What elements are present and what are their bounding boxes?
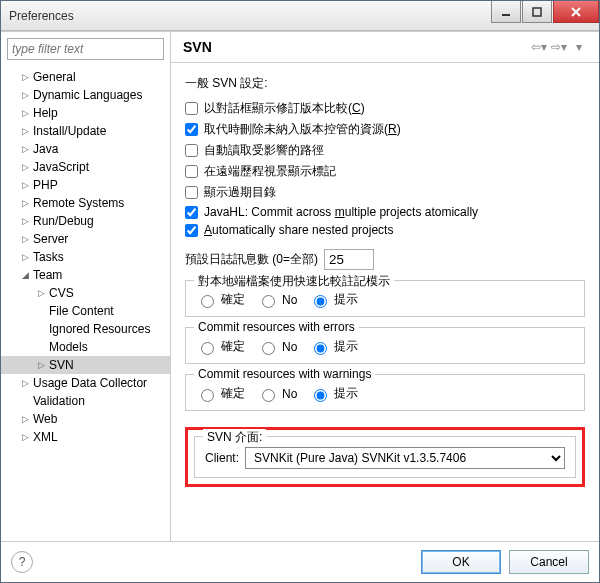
twisty-icon[interactable]: ▷	[19, 233, 31, 245]
check-show-outdated-box[interactable]	[185, 186, 198, 199]
fieldset-diff-legend: 對本地端檔案使用快速比較註記模示	[194, 273, 394, 290]
warnings-radio-prompt[interactable]: 提示	[309, 385, 358, 402]
twisty-icon[interactable]: ▷	[19, 197, 31, 209]
dialog-body: ▷General▷Dynamic Languages▷Help▷Install/…	[1, 31, 599, 541]
diff-radio-prompt[interactable]: 提示	[309, 291, 358, 308]
twisty-icon[interactable]: ▷	[19, 215, 31, 227]
tree-item[interactable]: ▷CVS	[1, 284, 170, 302]
tree-item-label: Web	[33, 411, 57, 427]
tree-item-label: Tasks	[33, 249, 64, 265]
twisty-icon[interactable]: ◢	[19, 269, 31, 281]
titlebar: Preferences	[1, 1, 599, 31]
tree-item-label: PHP	[33, 177, 58, 193]
tree-item[interactable]: ▷Dynamic Languages	[1, 86, 170, 104]
fieldset-diff: 對本地端檔案使用快速比較註記模示 確定 No 提示	[185, 280, 585, 317]
client-label: Client:	[205, 451, 239, 465]
check-show-compare[interactable]: 以對話框顯示修訂版本比較(C)	[185, 98, 585, 119]
tree-item[interactable]: ▷SVN	[1, 356, 170, 374]
tree-item-label: XML	[33, 429, 58, 445]
tree-item[interactable]: ▷JavaScript	[1, 158, 170, 176]
twisty-icon[interactable]: ▷	[19, 107, 31, 119]
twisty-spacer	[19, 395, 31, 407]
twisty-icon[interactable]: ▷	[19, 161, 31, 173]
svg-rect-1	[533, 8, 541, 16]
back-icon[interactable]: ⇦▾	[529, 38, 549, 56]
maximize-button[interactable]	[522, 1, 552, 23]
close-button[interactable]	[553, 1, 599, 23]
check-remote-history[interactable]: 在遠端歷程視景顯示標記	[185, 161, 585, 182]
tree-item[interactable]: ▷Help	[1, 104, 170, 122]
twisty-icon[interactable]: ▷	[19, 431, 31, 443]
tree-item[interactable]: ▷Server	[1, 230, 170, 248]
tree-item[interactable]: ▷XML	[1, 428, 170, 446]
help-icon[interactable]: ?	[11, 551, 33, 573]
menu-icon[interactable]: ▾	[569, 38, 589, 56]
check-show-compare-box[interactable]	[185, 102, 198, 115]
tree-item[interactable]: ▷Java	[1, 140, 170, 158]
diff-radio-no[interactable]: No	[257, 292, 297, 308]
diff-radio-ok[interactable]: 確定	[196, 291, 245, 308]
tree-item[interactable]: ▷Install/Update	[1, 122, 170, 140]
errors-radio-ok[interactable]: 確定	[196, 338, 245, 355]
window-buttons	[490, 1, 599, 30]
errors-radio-prompt[interactable]: 提示	[309, 338, 358, 355]
warnings-radio-ok[interactable]: 確定	[196, 385, 245, 402]
page-content: 一般 SVN 設定: 以對話框顯示修訂版本比較(C) 取代時刪除未納入版本控管的…	[171, 63, 599, 541]
twisty-icon[interactable]: ▷	[19, 71, 31, 83]
tree-item[interactable]: Ignored Resources	[1, 320, 170, 338]
page-header: SVN ⇦▾ ⇨▾ ▾	[171, 32, 599, 63]
tree-item[interactable]: ▷Usage Data Collector	[1, 374, 170, 392]
client-select[interactable]: SVNKit (Pure Java) SVNKit v1.3.5.7406	[245, 447, 565, 469]
forward-icon[interactable]: ⇨▾	[549, 38, 569, 56]
right-pane: SVN ⇦▾ ⇨▾ ▾ 一般 SVN 設定: 以對話框顯示修訂版本比較(C) 取…	[171, 32, 599, 541]
twisty-icon[interactable]: ▷	[19, 179, 31, 191]
tree-item[interactable]: ▷Tasks	[1, 248, 170, 266]
check-auto-share-box[interactable]	[185, 224, 198, 237]
check-remote-history-box[interactable]	[185, 165, 198, 178]
log-label: 預設日誌訊息數 (0=全部)	[185, 251, 318, 268]
twisty-icon[interactable]: ▷	[19, 251, 31, 263]
check-remove-unversioned[interactable]: 取代時刪除未納入版本控管的資源(R)	[185, 119, 585, 140]
fieldset-errors: Commit resources with errors 確定 No 提示	[185, 327, 585, 364]
minimize-button[interactable]	[491, 1, 521, 23]
twisty-icon[interactable]: ▷	[35, 359, 47, 371]
tree-item-label: General	[33, 69, 76, 85]
check-auto-read[interactable]: 自動讀取受影響的路徑	[185, 140, 585, 161]
warnings-radio-no[interactable]: No	[257, 386, 297, 402]
twisty-icon[interactable]: ▷	[19, 143, 31, 155]
twisty-icon[interactable]: ▷	[19, 377, 31, 389]
tree-item-label: Run/Debug	[33, 213, 94, 229]
twisty-icon[interactable]: ▷	[19, 89, 31, 101]
log-row: 預設日誌訊息數 (0=全部)	[185, 249, 585, 270]
tree-item-label: JavaScript	[33, 159, 89, 175]
tree-item[interactable]: ◢Team	[1, 266, 170, 284]
fieldset-warnings: Commit resources with warnings 確定 No 提示	[185, 374, 585, 411]
check-javahl[interactable]: JavaHL: Commit across multiple projects …	[185, 203, 585, 221]
twisty-icon[interactable]: ▷	[19, 413, 31, 425]
tree-item[interactable]: Validation	[1, 392, 170, 410]
tree-item[interactable]: ▷General	[1, 68, 170, 86]
tree-item-label: Ignored Resources	[49, 321, 150, 337]
log-count-input[interactable]	[324, 249, 374, 270]
ok-button[interactable]: OK	[421, 550, 501, 574]
check-javahl-box[interactable]	[185, 206, 198, 219]
preferences-tree[interactable]: ▷General▷Dynamic Languages▷Help▷Install/…	[1, 66, 170, 541]
cancel-button[interactable]: Cancel	[509, 550, 589, 574]
twisty-icon[interactable]: ▷	[35, 287, 47, 299]
tree-item[interactable]: ▷Remote Systems	[1, 194, 170, 212]
tree-item[interactable]: Models	[1, 338, 170, 356]
tree-item[interactable]: ▷PHP	[1, 176, 170, 194]
filter-box	[7, 38, 164, 60]
check-remove-unversioned-box[interactable]	[185, 123, 198, 136]
twisty-icon[interactable]: ▷	[19, 125, 31, 137]
tree-item[interactable]: ▷Web	[1, 410, 170, 428]
tree-item[interactable]: File Content	[1, 302, 170, 320]
fieldset-errors-legend: Commit resources with errors	[194, 320, 359, 334]
twisty-spacer	[35, 305, 47, 317]
check-show-outdated[interactable]: 顯示過期目錄	[185, 182, 585, 203]
tree-item[interactable]: ▷Run/Debug	[1, 212, 170, 230]
filter-input[interactable]	[7, 38, 164, 60]
check-auto-read-box[interactable]	[185, 144, 198, 157]
check-auto-share[interactable]: Automatically share nested projects	[185, 221, 585, 239]
errors-radio-no[interactable]: No	[257, 339, 297, 355]
